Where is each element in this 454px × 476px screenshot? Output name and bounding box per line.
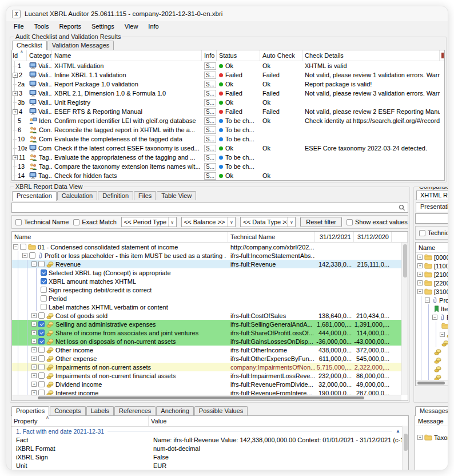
- expand-expander-icon[interactable]: +: [417, 435, 423, 440]
- tree-row[interactable]: Label matches XHTML verbatim or content: [12, 303, 408, 311]
- expand-expander-icon[interactable]: +: [417, 272, 423, 277]
- column-header-value[interactable]: Value: [149, 416, 408, 426]
- expand-expander-icon[interactable]: +: [13, 91, 18, 96]
- collapse-expander-icon[interactable]: −: [417, 289, 423, 294]
- tab-definition[interactable]: Definition: [98, 191, 133, 200]
- tab-calculation[interactable]: Calculation: [57, 191, 97, 200]
- table-row[interactable]: 6Con...Reconcile the tagged report in XH…: [12, 125, 444, 134]
- table-row[interactable]: 2aVali...Report Package 1.0 validationS.…: [12, 80, 444, 89]
- comparison-tree-item[interactable]: [416, 322, 448, 330]
- table-row[interactable]: 3bVali...Unit RegistryS...OkOk: [12, 98, 444, 107]
- tag-checkbox[interactable]: [38, 330, 45, 336]
- expand-expander-icon[interactable]: +: [417, 280, 423, 285]
- tab-validation-messages[interactable]: Validation Messages: [47, 41, 114, 50]
- expand-expander-icon[interactable]: +: [13, 73, 18, 78]
- property-row[interactable]: iXBRL Formatnum-dot-decimal: [11, 444, 408, 453]
- comparison-tree-item[interactable]: [416, 356, 448, 364]
- expand-expander-icon[interactable]: +: [417, 255, 423, 260]
- menu-item-info[interactable]: Info: [143, 22, 164, 30]
- expand-expander-icon[interactable]: +: [31, 322, 37, 327]
- expand-expander-icon[interactable]: +: [31, 364, 37, 370]
- table-row[interactable]: 1Vali...XHTML validationS...OkOkXHTML is…: [12, 61, 444, 70]
- info-button[interactable]: S...: [204, 117, 216, 125]
- tree-row[interactable]: + Share of income from associates and jo…: [12, 328, 408, 337]
- tree-column-header-period-31-12-2020[interactable]: 31/12/2020: [354, 232, 392, 242]
- comparison-tree-item[interactable]: [416, 339, 448, 347]
- tree-horizontal-scrollbar[interactable]: [12, 395, 401, 400]
- expand-expander-icon[interactable]: +: [31, 339, 37, 344]
- tag-checkbox[interactable]: [29, 252, 35, 259]
- info-button[interactable]: S...: [204, 90, 216, 97]
- info-button[interactable]: S...: [204, 81, 216, 88]
- properties-tab-possible-values[interactable]: Possible Values: [194, 406, 248, 415]
- tree-row[interactable]: XBRL amount matches XHTML: [12, 277, 408, 285]
- comparison-tree-item[interactable]: + [210000: [416, 270, 448, 279]
- tab-files[interactable]: Files: [134, 191, 156, 200]
- tag-checkbox[interactable]: [38, 347, 45, 353]
- menu-item-view[interactable]: View: [120, 22, 144, 30]
- table-row[interactable]: +4Vali...ESEF RTS & Reporting ManualS...…: [12, 107, 444, 116]
- column-header-category[interactable]: Category: [27, 50, 52, 61]
- expand-expander-icon[interactable]: +: [31, 390, 37, 395]
- tree-column-header-period-31-12-2021[interactable]: 31/12/2021: [315, 232, 354, 242]
- messages-tab-messages[interactable]: Messages: [415, 406, 448, 416]
- collapse-expander-icon[interactable]: −: [432, 315, 437, 320]
- check-item-checkbox[interactable]: [41, 278, 47, 284]
- tree-row[interactable]: + Other incomeifrs-full:OtherIncome438,0…: [12, 346, 408, 354]
- tree-vertical-scrollbar[interactable]: [401, 243, 408, 395]
- table-row[interactable]: 14Tag...Check for hidden factsS...OkOk: [12, 171, 444, 180]
- check-item-checkbox[interactable]: [41, 269, 47, 276]
- comparison-tree-item[interactable]: [416, 364, 448, 373]
- column-header-status[interactable]: Status: [217, 50, 260, 61]
- info-button[interactable]: S...: [204, 136, 216, 143]
- column-header-name[interactable]: Name: [52, 50, 202, 61]
- xhtml-report-view-tab[interactable]: XHTML Report View: [416, 191, 448, 200]
- property-row[interactable]: FactName: ifrs-full:Revenue Value: 142,3…: [11, 435, 408, 444]
- expand-expander-icon[interactable]: +: [31, 356, 37, 361]
- column-header-auto-check[interactable]: Auto Check: [260, 50, 302, 61]
- tag-checkbox[interactable]: [38, 312, 45, 319]
- table-row[interactable]: 10aCom...Check if the latest correct ESE…: [12, 144, 444, 153]
- balance-select[interactable]: << Balance >>∨: [181, 217, 236, 227]
- comparison-tree-item[interactable]: + [000000: [416, 253, 448, 261]
- data-type-select[interactable]: << Data Type >>∨: [240, 217, 296, 227]
- comparison-tree-item[interactable]: − [310000: [416, 287, 448, 296]
- tree-row[interactable]: Selected XBRL tag (Concept) is appropria…: [12, 268, 408, 277]
- collapse-expander-icon[interactable]: −: [22, 253, 27, 258]
- expand-expander-icon[interactable]: +: [31, 330, 37, 335]
- collapse-expander-icon[interactable]: −: [440, 332, 445, 337]
- info-button[interactable]: S...: [204, 108, 216, 116]
- property-row[interactable]: UnitEUR: [11, 461, 408, 470]
- expand-expander-icon[interactable]: +: [31, 313, 37, 318]
- info-button[interactable]: S...: [204, 72, 216, 79]
- tree-row[interactable]: + Dividend incomeifrs-full:RevenueFromDi…: [12, 380, 408, 388]
- tag-checkbox[interactable]: [38, 355, 45, 362]
- table-row[interactable]: +2Vali...Inline XBRL 1.1 validationS...F…: [12, 70, 444, 80]
- expand-expander-icon[interactable]: +: [31, 347, 37, 352]
- info-button[interactable]: S...: [204, 163, 216, 170]
- menu-item-settings[interactable]: Settings: [86, 22, 120, 30]
- column-header-property[interactable]: Property∧: [11, 416, 149, 426]
- tree-row[interactable]: + Impairments of non-current financial a…: [12, 371, 408, 380]
- comparison-tree-item[interactable]: [416, 347, 448, 356]
- expand-expander-icon[interactable]: +: [13, 109, 18, 114]
- table-row[interactable]: +11Tag...Evaluate the appropriateness of…: [12, 153, 444, 162]
- tag-checkbox[interactable]: [38, 321, 45, 327]
- expand-expander-icon[interactable]: +: [417, 263, 423, 268]
- expand-expander-icon[interactable]: +: [13, 155, 18, 160]
- tree-row[interactable]: + Cost of goods soldifrs-full:CostOfSale…: [12, 311, 408, 320]
- properties-tab-properties[interactable]: Properties: [11, 406, 49, 416]
- properties-vertical-scrollbar[interactable]: [402, 426, 408, 470]
- info-button[interactable]: S...: [204, 99, 216, 106]
- comparison-horizontal-scrollbar[interactable]: [416, 380, 448, 386]
- comparison-search-input[interactable]: [415, 213, 448, 224]
- collapse-expander-icon[interactable]: −: [13, 244, 18, 249]
- tree-row[interactable]: + Other expenseifrs-full:OtherExpenseByF…: [12, 354, 408, 363]
- comparison-tree-item[interactable]: − Pr: [416, 313, 448, 322]
- tag-checkbox[interactable]: [38, 261, 45, 267]
- tree-column-header-name[interactable]: Name: [12, 232, 228, 242]
- tree-row[interactable]: + Selling and administrative expensesifr…: [12, 320, 408, 328]
- check-item-checkbox[interactable]: [41, 287, 47, 293]
- info-button[interactable]: S...: [204, 145, 216, 152]
- properties-tab-labels[interactable]: Labels: [86, 406, 114, 415]
